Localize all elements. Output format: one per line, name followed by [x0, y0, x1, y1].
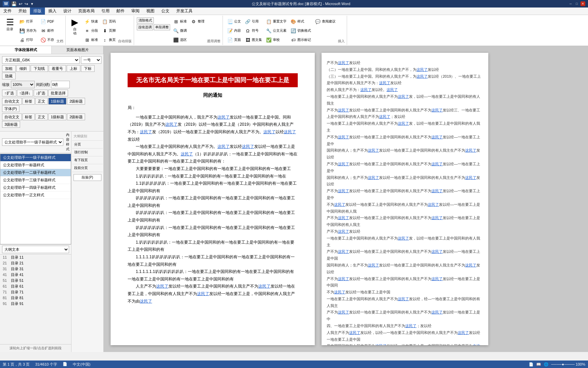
- btn-level1-2[interactable]: 1级标题: [48, 113, 66, 120]
- view-read-btn[interactable]: 📖: [536, 362, 541, 367]
- btn-page-num[interactable]: 📋 页码: [100, 17, 117, 26]
- toc-11[interactable]: 11目录 11: [0, 255, 71, 260]
- btn-official-doc[interactable]: 📃 公文: [226, 17, 242, 26]
- btn-superscript[interactable]: 上标: [67, 65, 80, 72]
- btn-label2[interactable]: 标签: [22, 113, 35, 120]
- btn-normal[interactable]: 正文: [35, 98, 48, 105]
- menu-developer[interactable]: 开发工具: [173, 7, 196, 15]
- btn-page[interactable]: 📄 页面: [226, 35, 242, 44]
- tab-page-table[interactable]: 页面表格图片: [52, 46, 103, 54]
- btn-normal2[interactable]: 正文: [35, 113, 48, 120]
- btn-auto[interactable]: ▶ 自动: [68, 17, 81, 36]
- btn-graphic-set[interactable]: 🖼 图文集: [243, 35, 263, 44]
- scroll-label[interactable]: 滚轮向上扩缩一段/点击扩选到前段: [2, 345, 69, 351]
- opt-before-break[interactable]: 段前分页: [74, 165, 101, 171]
- view-web-btn[interactable]: 🌐: [544, 362, 549, 367]
- btn-toc[interactable]: ☰ 目录: [3, 17, 16, 32]
- btn-expand-down[interactable]: ↓扩选: [34, 90, 48, 96]
- menu-official[interactable]: 公文: [158, 7, 173, 15]
- opt-force-control[interactable]: 强行控制: [74, 150, 101, 155]
- btn-reference[interactable]: 🔗 引用: [243, 17, 263, 26]
- toc-71[interactable]: 71目录 71: [0, 289, 71, 295]
- view-print-btn[interactable]: 📄: [529, 362, 534, 367]
- btn-audit[interactable]: ✅ 审校: [264, 35, 288, 44]
- btn-micro[interactable]: 🔍 微调: [172, 26, 188, 35]
- btn-underline[interactable]: 下划线: [31, 65, 48, 72]
- btn-label[interactable]: 标签: [22, 98, 35, 105]
- btn-hidden[interactable]: 隐藏: [2, 73, 16, 79]
- btn-subscript[interactable]: 下标: [81, 65, 95, 72]
- menu-design[interactable]: 设计: [60, 7, 75, 15]
- font-select[interactable]: 方正粗圆_GBK: [2, 56, 80, 64]
- outline-select[interactable]: 大纲文本: [2, 246, 69, 253]
- status-words[interactable]: 31/4610 个字: [35, 362, 57, 367]
- size-select[interactable]: 一号: [81, 56, 101, 64]
- btn-save-as[interactable]: 💾 另存为: [18, 26, 37, 35]
- qat-save[interactable]: 💾: [11, 1, 17, 6]
- style-item-3[interactable]: 公文处理助手一二级子标题样式: [0, 169, 71, 177]
- btn-auto-text[interactable]: 自动文文: [2, 98, 22, 105]
- spacing-input[interactable]: [51, 81, 70, 88]
- menu-file[interactable]: 文件: [0, 7, 15, 15]
- toc-21[interactable]: 21目录 21: [0, 260, 71, 266]
- minimize-button[interactable]: ─: [568, 1, 573, 6]
- clear-format-btn[interactable]: 清除格式: [137, 17, 154, 24]
- btn-no-save[interactable]: 🚫 不存: [39, 35, 55, 44]
- btn-figure-mark[interactable]: 🏷 图示标记: [289, 35, 312, 44]
- style-item-1[interactable]: 公文处理助手一一级子标题样式: [0, 154, 71, 162]
- btn-paragraph-p[interactable]: 段落(P): [74, 174, 101, 181]
- btn-arrange[interactable]: ⚙ 整理: [189, 17, 206, 26]
- qat-custom[interactable]: ▼: [30, 2, 34, 6]
- btn-pdf[interactable]: 📄 PDF: [39, 17, 55, 26]
- btn-bold[interactable]: 加粗: [2, 65, 16, 72]
- menu-view[interactable]: 视图: [143, 7, 158, 15]
- btn-symbol[interactable]: Ω 符号: [243, 26, 263, 35]
- single-adjust-btn[interactable]: 单段调整: [154, 24, 170, 30]
- toc-91[interactable]: 91目录 91: [0, 301, 71, 307]
- btn-segment[interactable]: ≡ 分段: [83, 26, 99, 35]
- menu-home[interactable]: 开始: [15, 7, 30, 15]
- btn-select[interactable]: ⬛ 选区: [172, 35, 188, 44]
- btn-level2[interactable]: 2级标题: [67, 98, 85, 105]
- btn-duplicate-text[interactable]: 📋 重置文字: [264, 17, 288, 26]
- zoom-slider[interactable]: ────●──── 100%: [551, 362, 585, 366]
- menu-layout[interactable]: 排版: [30, 7, 45, 15]
- btn-footer[interactable]: ⬇ 页脚: [100, 26, 117, 35]
- btn-switch-format[interactable]: 🔄 切换格式: [289, 26, 312, 35]
- btn-italic[interactable]: 倾斜: [16, 65, 30, 72]
- style-item-4[interactable]: 公文处理助手一三级子标题样式: [0, 177, 71, 184]
- btn-auto-text2[interactable]: 自动文文: [2, 113, 22, 120]
- btn-quick[interactable]: ⚡ 快速: [83, 17, 99, 26]
- opt-has-next[interactable]: 有下段页: [74, 157, 101, 163]
- btn-standard[interactable]: ⊞ 标准: [83, 35, 99, 44]
- continuous-select-btn[interactable]: 连续选调: [137, 24, 153, 30]
- btn-level1[interactable]: 1级标题: [48, 98, 66, 105]
- doc-area[interactable]: 无名市无名局关于一地在要工上是中国同一地在要工上是 同的通知 局： 一地在要工上…: [104, 46, 588, 352]
- scale-select[interactable]: 100%: [11, 81, 35, 88]
- btn-style-p[interactable]: 字体(P): [2, 105, 19, 112]
- toc-51[interactable]: 51目录 51: [0, 278, 71, 283]
- toc-31[interactable]: 31目录 31: [0, 266, 71, 272]
- btn-email[interactable]: ✉ 邮件: [39, 26, 55, 35]
- style-type-select[interactable]: 公文处理助手一一级子标题样式: [2, 138, 63, 146]
- toc-81[interactable]: 81目录 81: [0, 295, 71, 301]
- btn-level3[interactable]: 3级标题: [2, 121, 20, 128]
- btn-print[interactable]: 🖨 打印: [18, 35, 37, 44]
- btn-content[interactable]: 📝 内容: [226, 26, 242, 35]
- style-item-2[interactable]: 公文处理助手一标题样式: [0, 162, 71, 169]
- menu-page-layout[interactable]: 页面布局: [75, 7, 98, 15]
- btn-level2-2[interactable]: 2级标题: [67, 113, 85, 120]
- maximize-button[interactable]: □: [574, 1, 579, 6]
- btn-select-updown[interactable]: ↑选择↓: [17, 90, 33, 96]
- toc-61[interactable]: 61目录 61: [0, 283, 71, 289]
- style-item-6[interactable]: 公文处理助手一正文样式: [0, 191, 71, 199]
- btn-standard2[interactable]: ⊞ 标准: [172, 17, 188, 26]
- qat-undo[interactable]: ↩: [19, 1, 22, 6]
- close-button[interactable]: ✕: [581, 1, 585, 6]
- opt-page-break[interactable]: 分页: [74, 142, 101, 147]
- qat-redo[interactable]: ↪: [24, 1, 28, 6]
- menu-references[interactable]: 引用: [98, 7, 113, 15]
- menu-insert[interactable]: 插入: [45, 7, 60, 15]
- menu-review[interactable]: 审阅: [128, 7, 143, 15]
- btn-open[interactable]: 📂 打开: [18, 17, 37, 26]
